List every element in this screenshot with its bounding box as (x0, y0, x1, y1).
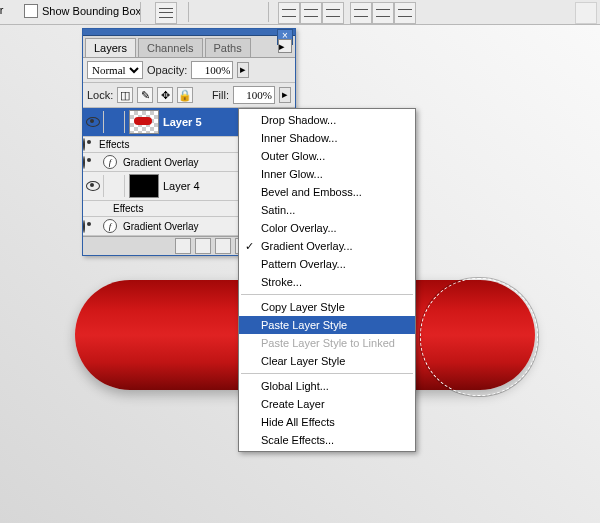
fx-icon: f (103, 155, 117, 169)
fill-label: Fill: (212, 89, 229, 101)
menu-item[interactable]: Satin... (239, 201, 415, 219)
fill-flyout[interactable]: ▸ (279, 87, 291, 103)
lock-position-icon[interactable]: ✥ (157, 87, 173, 103)
align-button[interactable] (394, 2, 416, 24)
warp-mode-button[interactable] (155, 2, 177, 24)
options-bar: ayer Show Bounding Box (0, 0, 600, 25)
blend-mode-select[interactable]: Normal (87, 61, 143, 79)
show-bbox-label: Show Bounding Box (42, 5, 141, 17)
lock-pixels-icon[interactable]: ✎ (137, 87, 153, 103)
link-toggle[interactable] (104, 175, 125, 197)
align-icon (376, 6, 390, 20)
effect-name: Gradient Overlay (123, 157, 199, 168)
menu-separator (241, 373, 413, 374)
grid-icon (159, 6, 173, 20)
panel-menu-button[interactable]: ▸ (278, 39, 292, 53)
menu-item[interactable]: Bevel and Emboss... (239, 183, 415, 201)
lock-controls: Lock: ◫ ✎ ✥ 🔒 Fill: ▸ (83, 83, 295, 108)
layer-style-button[interactable] (195, 238, 211, 254)
eye-icon (83, 156, 85, 169)
opacity-flyout[interactable]: ▸ (237, 62, 249, 78)
link-toggle[interactable] (104, 111, 125, 133)
menu-item[interactable]: Hide All Effects (239, 413, 415, 431)
lock-transparency-icon[interactable]: ◫ (117, 87, 133, 103)
show-bbox-checkbox[interactable]: Show Bounding Box (24, 4, 141, 18)
blend-controls: Normal Opacity: ▸ (83, 58, 295, 83)
opacity-input[interactable] (191, 61, 233, 79)
toolbar-separator (140, 2, 141, 22)
layer-mask-button[interactable] (215, 238, 231, 254)
selection-marquee (420, 278, 538, 396)
menu-item[interactable]: Inner Shadow... (239, 129, 415, 147)
menu-item[interactable]: Copy Layer Style (239, 298, 415, 316)
align-button[interactable] (278, 2, 300, 24)
eye-icon (83, 138, 85, 151)
lock-label: Lock: (87, 89, 113, 101)
align-button[interactable] (300, 2, 322, 24)
align-icon (326, 6, 340, 20)
toolbar-separator (188, 2, 189, 22)
align-button[interactable] (372, 2, 394, 24)
layer-thumbnail[interactable] (129, 174, 159, 198)
menu-item[interactable]: Scale Effects... (239, 431, 415, 449)
layer-thumbnail[interactable] (129, 110, 159, 134)
menu-item[interactable]: Gradient Overlay...✓ (239, 237, 415, 255)
effects-label: Effects (99, 139, 129, 150)
visibility-toggle[interactable] (83, 111, 104, 133)
tab-paths[interactable]: Paths (205, 38, 251, 57)
toolbar-separator (268, 2, 269, 22)
menu-item: Paste Layer Style to Linked (239, 334, 415, 352)
menu-item[interactable]: Paste Layer Style (239, 316, 415, 334)
app-viewport: ayer Show Bounding Box × Layers Channels (0, 0, 600, 523)
menu-item[interactable]: Create Layer (239, 395, 415, 413)
tab-channels[interactable]: Channels (138, 38, 202, 57)
menu-item[interactable]: Clear Layer Style (239, 352, 415, 370)
align-button[interactable] (350, 2, 372, 24)
layer-style-context-menu: Drop Shadow...Inner Shadow...Outer Glow.… (238, 108, 416, 452)
panel-titlebar[interactable]: × (83, 29, 295, 36)
eye-icon (86, 181, 100, 191)
menu-item[interactable]: Global Light... (239, 377, 415, 395)
lock-all-icon[interactable]: 🔒 (177, 87, 193, 103)
menu-item[interactable]: Color Overlay... (239, 219, 415, 237)
align-icon (398, 6, 412, 20)
link-layers-button[interactable] (175, 238, 191, 254)
align-icon (354, 6, 368, 20)
eye-icon (83, 220, 85, 233)
fx-icon: f (103, 219, 117, 233)
checkbox-box[interactable] (24, 4, 38, 18)
effect-name: Gradient Overlay (123, 221, 199, 232)
toolbar-text: ayer (0, 4, 3, 16)
align-icon (304, 6, 318, 20)
visibility-toggle[interactable] (83, 175, 104, 197)
menu-item[interactable]: Stroke... (239, 273, 415, 291)
align-button[interactable] (322, 2, 344, 24)
opacity-label: Opacity: (147, 64, 187, 76)
eye-icon (86, 117, 100, 127)
tab-layers[interactable]: Layers (85, 38, 136, 57)
check-icon: ✓ (245, 240, 254, 253)
menu-item[interactable]: Outer Glow... (239, 147, 415, 165)
effects-label: Effects (113, 203, 143, 214)
show-bbox-checkbox[interactable]: ayer (0, 4, 3, 16)
align-icon (282, 6, 296, 20)
menu-item[interactable]: Inner Glow... (239, 165, 415, 183)
menu-item[interactable]: Drop Shadow... (239, 111, 415, 129)
fill-input[interactable] (233, 86, 275, 104)
panel-tabs: Layers Channels Paths ▸ (83, 36, 295, 58)
menu-separator (241, 294, 413, 295)
toolbar-end-button[interactable] (575, 2, 597, 24)
menu-item[interactable]: Pattern Overlay... (239, 255, 415, 273)
